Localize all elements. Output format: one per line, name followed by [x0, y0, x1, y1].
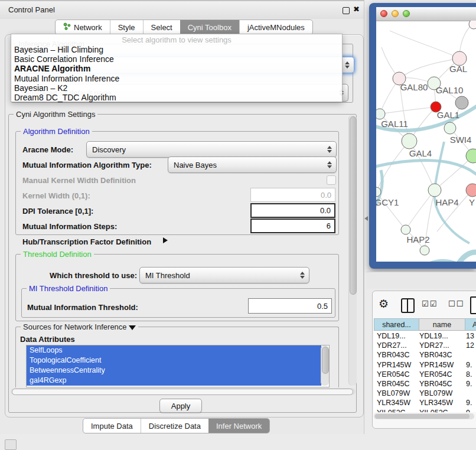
tab-network[interactable]: Network — [56, 20, 110, 34]
control-panel-tabs: Network Style Select Cyni Toolbox jActiv… — [55, 19, 313, 35]
attribute-item[interactable]: SelfLoops — [27, 345, 321, 356]
apply-button[interactable]: Apply — [159, 399, 202, 413]
cell-a: 8. — [466, 370, 476, 379]
attributes-vscrollbar-thumb[interactable] — [322, 347, 329, 374]
tab-impute-data[interactable]: Impute Data — [83, 419, 141, 433]
mi-steps-field[interactable]: 6 — [250, 219, 335, 233]
algorithm-prompt: Select algorithm to view settings — [11, 35, 342, 44]
tab-discretize-data-label: Discretize Data — [149, 422, 201, 431]
mi-type-value: Naive Bayes — [168, 161, 327, 169]
close-icon[interactable]: ✖ — [353, 5, 360, 14]
manual-kernel-label: Manual Kernel Width Definition — [22, 176, 136, 185]
table-row[interactable]: YBR045CYBR045C9. — [374, 379, 476, 389]
gear-icon[interactable]: ⚙ — [379, 297, 389, 311]
node-swi4[interactable] — [444, 122, 456, 134]
settings-hscrollbar[interactable] — [11, 388, 356, 395]
algorithm-option[interactable]: Mutual Information Inference — [14, 74, 339, 83]
node[interactable] — [420, 246, 429, 255]
table-hscrollbar-thumb[interactable] — [375, 414, 470, 419]
sources-title: Sources for Network Inference — [21, 322, 138, 331]
algorithm-option[interactable]: Bayesian – K2 — [14, 83, 339, 93]
table-row[interactable]: YDL19...YDL19...13 — [374, 331, 476, 341]
algorithm-option[interactable]: Basic Correlation Inference — [14, 54, 339, 64]
table-row[interactable]: YLR345WYLR345W9. — [374, 398, 476, 407]
kernel-width-field[interactable]: 0.0 — [250, 188, 335, 202]
attribute-item[interactable]: TopologicalCoefficient — [27, 356, 321, 366]
collapse-arrow-icon[interactable] — [129, 325, 136, 330]
cell-name: YER054C — [419, 370, 463, 379]
aracne-mode-combobox[interactable]: Discovery — [86, 141, 337, 158]
close-traffic-light-icon[interactable] — [380, 10, 387, 17]
manual-kernel-checkbox[interactable] — [327, 175, 336, 185]
cell-name: YLR345W — [419, 398, 463, 407]
node-hap2[interactable] — [401, 225, 410, 234]
table-row[interactable]: YBL079WYBL079W — [374, 389, 476, 398]
column-header-shared[interactable]: shared... — [374, 318, 419, 331]
table-row[interactable]: YIL052CYIL052C9. — [374, 408, 476, 413]
split-panel-icon[interactable] — [401, 298, 415, 313]
node-gal11[interactable] — [376, 109, 385, 119]
node-label: Y — [469, 197, 475, 207]
expand-arrow-icon[interactable] — [163, 237, 168, 243]
mi-threshold-field[interactable]: 0.5 — [248, 298, 332, 314]
which-threshold-combobox[interactable]: MI Threshold — [139, 267, 309, 283]
column-header-name[interactable]: name — [419, 318, 465, 331]
cell-shared-name: YER054C — [377, 370, 418, 379]
node-hap4[interactable] — [428, 184, 441, 197]
node-label: GAL80 — [400, 82, 428, 92]
network-view-titlebar[interactable] — [376, 7, 476, 21]
node[interactable] — [469, 21, 476, 29]
node-label: HAP2 — [406, 234, 429, 244]
algorithm-list: Bayesian – Hill Climbing Basic Correlati… — [14, 45, 339, 102]
table-function-icon[interactable] — [470, 296, 476, 314]
cell-name: YIL052C — [419, 408, 463, 413]
tab-discretize-data[interactable]: Discretize Data — [141, 419, 208, 433]
tab-cyni-toolbox[interactable]: Cyni Toolbox — [180, 20, 239, 34]
settings-vscrollbar-thumb[interactable] — [350, 116, 357, 295]
hub-definition-label: Hub/Transcription Factor Definition — [22, 237, 151, 246]
tab-infer-network-label: Infer Network — [216, 422, 262, 431]
tab-infer-network[interactable]: Infer Network — [208, 419, 269, 433]
node-label: GAL1 — [437, 110, 459, 120]
node-gal4[interactable] — [402, 133, 417, 149]
table-row[interactable]: YDR27...YDR27...12 — [374, 341, 476, 350]
zoom-traffic-light-icon[interactable] — [403, 10, 410, 17]
attributes-vscrollbar[interactable] — [321, 345, 329, 386]
mi-steps-label: Mutual Information Steps: — [22, 222, 117, 231]
network-canvas[interactable]: GAL GAL80 GAL10 GAL1 GAL11 SWI4 GAL4 GCY… — [376, 21, 476, 262]
minimized-panel-icon[interactable] — [5, 439, 17, 450]
table-row[interactable]: YBR043CYBR043C — [374, 350, 476, 360]
bottom-tabs: Impute Data Discretize Data Infer Networ… — [83, 418, 270, 433]
cell-shared-name: YBL079W — [377, 389, 418, 398]
cell-name: YDR27... — [419, 341, 463, 350]
node[interactable] — [455, 96, 468, 109]
dpi-tolerance-field[interactable]: 0.0 — [250, 203, 335, 218]
attribute-item[interactable]: BetweennessCentrality — [27, 366, 321, 376]
table-row[interactable]: YER054CYER054C8. — [374, 370, 476, 379]
tab-style[interactable]: Style — [110, 20, 143, 34]
table-row[interactable]: YPR145WYPR145W9. — [374, 360, 476, 370]
float-window-icon[interactable] — [343, 7, 350, 14]
column-header-a[interactable]: A — [465, 318, 476, 331]
node[interactable] — [466, 184, 476, 197]
cell-name: YBR045C — [419, 379, 463, 389]
mi-type-combobox[interactable]: Naive Bayes — [168, 156, 337, 173]
tab-select[interactable]: Select — [143, 20, 180, 34]
tab-jactivemnodules[interactable]: jActiveMNodules — [239, 20, 312, 34]
minimize-traffic-light-icon[interactable] — [392, 10, 399, 17]
hide-columns-icon[interactable]: ☐☐ — [448, 299, 464, 308]
network-icon — [63, 22, 71, 32]
settings-hscrollbar-thumb[interactable] — [12, 389, 353, 395]
cell-a: 9. — [466, 398, 476, 407]
attribute-item[interactable]: gal4RGexp — [27, 376, 321, 386]
algorithm-option[interactable]: Bayesian – Hill Climbing — [14, 45, 339, 54]
cell-a: 12 — [466, 341, 476, 350]
cell-a: 13 — [466, 331, 476, 341]
settings-vscrollbar[interactable] — [348, 115, 357, 386]
algorithm-option-selected[interactable]: ARACNE Algorithm — [14, 64, 339, 73]
aracne-mode-label: Aracne Mode: — [22, 145, 73, 154]
show-columns-icon[interactable]: ☑☑ — [422, 299, 438, 308]
cell-name: YDL19... — [419, 331, 463, 341]
algorithm-option[interactable]: Dream8 DC_TDC Algorithm — [14, 93, 339, 102]
splitpane-collapse-icon[interactable] — [364, 216, 368, 221]
